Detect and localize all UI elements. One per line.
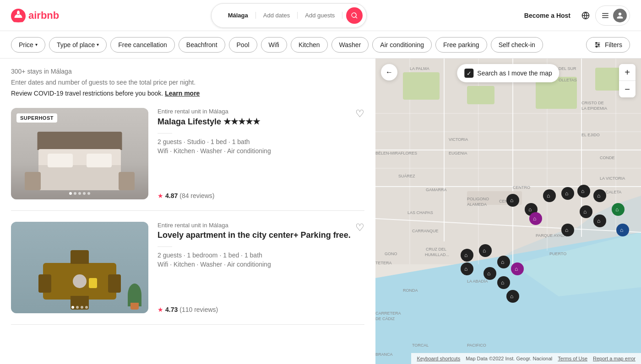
svg-text:CRUZ DEL: CRUZ DEL: [426, 247, 446, 252]
washer-filter[interactable]: Washer: [331, 37, 369, 53]
beachfront-filter[interactable]: Beachfront: [179, 37, 225, 53]
search-bar: Málaga Add dates Add guests: [211, 3, 367, 28]
map-panel: LA PALMA PARQUE DEL SUR BÉLEN-MIRAFLORES…: [375, 59, 641, 364]
free-cancellation-label: Free cancellation: [118, 41, 167, 48]
free-parking-label: Free parking: [443, 41, 479, 48]
self-check-in-label: Self check-in: [499, 41, 535, 48]
svg-text:⌂: ⌂: [565, 190, 568, 197]
star-icon: ★: [158, 192, 163, 199]
self-check-in-filter[interactable]: Self check-in: [491, 37, 543, 53]
svg-rect-30: [467, 86, 494, 104]
air-conditioning-label: Air conditioning: [380, 41, 424, 48]
keyboard-shortcuts-link[interactable]: Keyboard shortcuts: [417, 356, 460, 361]
rating-count: (84 reviews): [179, 192, 214, 199]
filters-label: Filters: [605, 41, 622, 48]
svg-text:⌂: ⌂: [547, 193, 550, 199]
svg-text:EUGENIA: EUGENIA: [449, 151, 467, 155]
covid-note: Review COVID-19 travel restrictions befo…: [11, 90, 364, 97]
airbnb-logo[interactable]: airbnb: [11, 8, 59, 23]
svg-text:⌂: ⌂: [464, 252, 467, 258]
terms-of-use-link[interactable]: Terms of Use: [558, 356, 587, 361]
user-menu[interactable]: [595, 5, 630, 26]
svg-text:⌂: ⌂: [483, 247, 486, 254]
svg-text:EL EJIDO: EL EJIDO: [581, 133, 600, 137]
svg-text:⌂: ⌂: [487, 270, 490, 277]
chair-left: [38, 274, 51, 293]
svg-text:BRANCA: BRANCA: [375, 352, 393, 357]
free-parking-filter[interactable]: Free parking: [435, 37, 487, 53]
filter-bar: Price ▾ Type of place ▾ Free cancellatio…: [0, 31, 641, 59]
svg-text:⌂: ⌂: [501, 259, 504, 265]
bed-pillow-left: [48, 154, 73, 167]
wishlist-button[interactable]: ♡: [355, 108, 364, 120]
listing-image-wrapper[interactable]: SUPERHOST: [11, 108, 148, 199]
svg-text:LA PALMA: LA PALMA: [410, 66, 429, 71]
nightstand-left: [25, 172, 41, 190]
dot-2: [76, 306, 79, 309]
plus-icon: +: [625, 67, 630, 78]
pool-filter[interactable]: Pool: [229, 37, 257, 53]
svg-text:POLIGONO: POLIGONO: [467, 197, 489, 201]
listing-title[interactable]: Malaga Lifestyle ★★★★★: [158, 117, 364, 127]
listing-title[interactable]: Lovely apartment in the city center+ Par…: [158, 230, 364, 240]
svg-text:⌂: ⌂: [597, 218, 600, 224]
air-conditioning-filter[interactable]: Air conditioning: [372, 37, 432, 53]
listing-amenities: Wifi · Kitchen · Washer · Air conditioni…: [158, 261, 364, 268]
search-button[interactable]: [346, 7, 363, 24]
svg-text:⌂: ⌂: [565, 227, 568, 233]
listing-details: 2 guests · 1 bedroom · 1 bed · 1 bath: [158, 252, 364, 259]
svg-text:⌂: ⌂: [533, 215, 536, 222]
type-of-place-filter[interactable]: Type of place ▾: [49, 37, 107, 53]
superhost-badge: SUPERHOST: [16, 113, 57, 123]
free-cancellation-filter[interactable]: Free cancellation: [110, 37, 175, 53]
rating-value: 4.87: [165, 192, 178, 199]
svg-text:⌂: ⌂: [597, 193, 600, 199]
language-button[interactable]: [578, 8, 593, 23]
zoom-out-button[interactable]: −: [619, 81, 636, 97]
cup: [89, 278, 97, 288]
svg-text:RONDA: RONDA: [403, 288, 418, 293]
zoom-in-button[interactable]: +: [619, 64, 636, 80]
svg-text:⌂: ⌂: [615, 206, 619, 213]
heart-icon: ♡: [355, 108, 364, 119]
listing-type: Entire rental unit in Málaga: [158, 108, 364, 115]
svg-text:PUERTO: PUERTO: [549, 252, 566, 256]
kitchen-label: Kitchen: [299, 41, 320, 48]
listing-image-wrapper[interactable]: [11, 222, 148, 313]
price-filter[interactable]: Price ▾: [11, 37, 45, 53]
svg-text:CARRANQUE: CARRANQUE: [412, 229, 439, 233]
svg-text:SUÁREZ: SUÁREZ: [398, 174, 415, 178]
dot-2: [74, 192, 76, 195]
map-container[interactable]: LA PALMA PARQUE DEL SUR BÉLEN-MIRAFLORES…: [375, 59, 641, 364]
price-label: Price: [19, 41, 33, 48]
plant-pot: [130, 303, 139, 310]
wifi-filter[interactable]: Wifi: [261, 37, 287, 53]
search-as-move-toggle[interactable]: ✓ Search as I move the map: [457, 64, 559, 82]
become-host-button[interactable]: Become a Host: [519, 8, 576, 23]
price-note: Enter dates and number of guests to see …: [11, 79, 364, 86]
svg-text:LAS CHAPAS: LAS CHAPAS: [407, 210, 433, 215]
hamburger-icon: [601, 11, 609, 20]
location-segment[interactable]: Málaga: [221, 12, 256, 19]
dates-segment[interactable]: Add dates: [256, 12, 298, 19]
search-as-move-checkbox[interactable]: ✓: [464, 69, 473, 78]
svg-text:HUMILLAD...: HUMILLAD...: [425, 252, 449, 257]
guests-segment[interactable]: Add guests: [298, 12, 342, 19]
nightstand-right: [119, 172, 135, 190]
dot-1: [71, 306, 74, 309]
map-controls: ←: [381, 64, 397, 80]
svg-text:TORCAL: TORCAL: [412, 343, 429, 348]
svg-text:⌂: ⌂: [510, 197, 513, 203]
learn-more-link[interactable]: Learn more: [165, 90, 200, 97]
listing-details: 2 guests · Studio · 1 bed · 1 bath: [158, 138, 364, 145]
svg-text:CRISTO DE: CRISTO DE: [581, 101, 604, 105]
listing-amenities: Wifi · Kitchen · Washer · Air conditioni…: [158, 147, 364, 155]
svg-text:GONO: GONO: [385, 252, 397, 256]
all-filters-button[interactable]: Filters: [586, 37, 630, 53]
report-map-error-link[interactable]: Report a map error: [593, 356, 636, 361]
kitchen-filter[interactable]: Kitchen: [291, 37, 328, 53]
wishlist-button[interactable]: ♡: [355, 222, 364, 234]
minus-icon: −: [625, 84, 630, 95]
map-back-button[interactable]: ←: [381, 64, 397, 80]
listing-type: Entire rental unit in Málaga: [158, 222, 364, 229]
